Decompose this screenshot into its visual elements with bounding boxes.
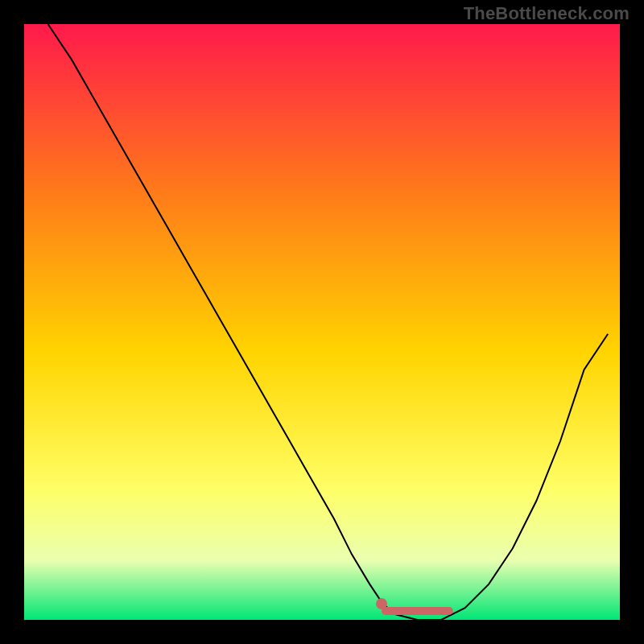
gradient-background [24,24,620,620]
chart-root: TheBottleneck.com [0,0,644,644]
bottleneck-chart [24,24,620,620]
optimal-range-bar [382,607,453,615]
watermark-text: TheBottleneck.com [464,3,630,24]
plot-area [24,24,620,620]
optimal-marker-dot [376,598,387,609]
